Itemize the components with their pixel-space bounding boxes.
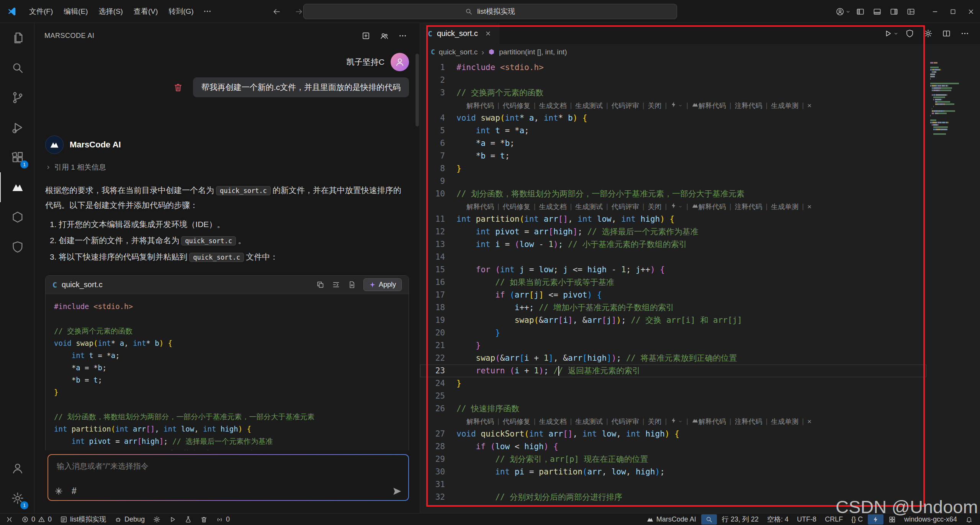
codelens-action[interactable]: 注释代码: [735, 202, 762, 211]
close-button[interactable]: [962, 0, 980, 23]
editor-line[interactable]: 31: [420, 478, 926, 491]
activity-extensions[interactable]: 1: [0, 142, 34, 172]
split-editor-button[interactable]: [939, 26, 954, 41]
activity-ai-plugin[interactable]: [0, 202, 34, 232]
status-zoom-tool[interactable]: [701, 514, 717, 525]
profile-menu-button[interactable]: [835, 4, 852, 19]
status-build-settings[interactable]: [149, 514, 165, 525]
new-chat-button[interactable]: [358, 29, 373, 42]
activity-marscode-ai[interactable]: [0, 172, 34, 202]
codelens-action[interactable]: 解释代码: [699, 202, 726, 211]
editor-line[interactable]: 18 i++; // 增加小于基准元素的子数组的索引: [420, 301, 926, 314]
codelens-action[interactable]: 生成文档: [539, 417, 566, 426]
editor-line[interactable]: 21 }: [420, 339, 926, 352]
codelens-action[interactable]: 代码评审: [612, 101, 639, 110]
menu-item-2[interactable]: 选择(S): [93, 4, 128, 19]
codelens-close[interactable]: ×: [807, 417, 811, 426]
agents-button[interactable]: [377, 29, 391, 42]
activity-explorer[interactable]: [0, 23, 34, 53]
editor-line[interactable]: 23 return (i + 1); // 返回基准元素的索引: [420, 365, 926, 377]
status-marscode-status[interactable]: MarsCode AI: [642, 514, 700, 525]
status-indentation[interactable]: 空格: 4: [763, 514, 793, 525]
breadcrumb-symbol[interactable]: partition(int [], int, int): [499, 48, 567, 56]
codelens-action[interactable]: 代码评审: [612, 202, 639, 211]
codelens-action[interactable]: 生成测试: [575, 101, 603, 110]
breadcrumb-file[interactable]: quick_sort.c: [439, 48, 478, 56]
customize-layout-button[interactable]: [902, 4, 919, 19]
editor-line[interactable]: 29 // 划分索引，arr[p] 现在在正确的位置: [420, 453, 926, 466]
editor-line[interactable]: 2: [420, 74, 926, 87]
menu-item-4[interactable]: 转到(G): [163, 4, 199, 19]
status-cursor-position[interactable]: 行 23, 列 22: [718, 514, 763, 525]
codelens-close[interactable]: ×: [807, 101, 811, 110]
activity-security-plugin[interactable]: [0, 232, 34, 262]
editor-line[interactable]: 27void quickSort(int arr[], int low, int…: [420, 428, 926, 440]
new-file-icon[interactable]: [348, 281, 356, 289]
more-editor-actions-button[interactable]: [957, 26, 972, 41]
hash-icon[interactable]: #: [72, 486, 77, 496]
editor-line[interactable]: 28 if (low < high) {: [420, 440, 926, 453]
activity-accounts[interactable]: [0, 453, 34, 483]
user-avatar[interactable]: [391, 53, 409, 71]
editor-line[interactable]: 11int partition(int arr[], int low, int …: [420, 213, 926, 226]
toggle-panel-button[interactable]: [869, 4, 885, 19]
ai-quick-actions[interactable]: [670, 417, 683, 426]
editor-settings-button[interactable]: [920, 26, 936, 41]
menu-item-3[interactable]: 查看(V): [128, 4, 163, 19]
codelens-action[interactable]: 关闭: [648, 101, 661, 110]
editor-line[interactable]: 1#include <stdio.h>: [420, 61, 926, 74]
editor-line[interactable]: 3// 交换两个元素的函数: [420, 87, 926, 99]
activity-search[interactable]: [0, 53, 34, 83]
editor-line[interactable]: 17 if (arr[j] <= pivot) {: [420, 289, 926, 301]
codelens-action[interactable]: 生成测试: [575, 202, 603, 211]
editor-line[interactable]: 14: [420, 251, 926, 263]
editor-line[interactable]: 13 int i = (low - 1); // 小于基准元素的子数组的索引: [420, 238, 926, 251]
debug-extension-button[interactable]: [902, 26, 917, 41]
codelens-close[interactable]: ×: [807, 203, 811, 211]
insert-into-file-icon[interactable]: [332, 281, 340, 289]
status-encoding[interactable]: UTF-8: [793, 514, 821, 525]
codelens-action[interactable]: 代码评审: [612, 417, 639, 426]
codelens-action[interactable]: 注释代码: [735, 417, 762, 426]
codelens-action[interactable]: 注释代码: [735, 101, 762, 110]
toggle-primary-sidebar-button[interactable]: [852, 4, 869, 19]
codelens-action[interactable]: 解释代码: [466, 202, 494, 211]
codelens-action[interactable]: 解释代码: [699, 101, 726, 110]
editor-line[interactable]: 19 swap(&arr[i], &arr[j]); // 交换 arr[i] …: [420, 314, 926, 327]
maximize-button[interactable]: [944, 0, 962, 23]
menu-more[interactable]: [199, 4, 216, 19]
codelens-action[interactable]: 代码修复: [503, 202, 530, 211]
status-run-task[interactable]: [165, 514, 180, 525]
activity-manage[interactable]: 1: [0, 483, 34, 513]
code-area[interactable]: 1#include <stdio.h>23// 交换两个元素的函数解释代码|代码…: [420, 60, 980, 513]
more-actions-button[interactable]: [395, 29, 410, 42]
tab-quick-sort-c[interactable]: C quick_sort.c: [420, 23, 499, 44]
run-file-button[interactable]: [883, 26, 899, 41]
codelens-action[interactable]: 生成单测: [771, 417, 798, 426]
send-button[interactable]: [392, 486, 402, 496]
editor-line[interactable]: 9: [420, 175, 926, 188]
editor-line[interactable]: 4void swap(int* a, int* b) {: [420, 112, 926, 124]
editor-line[interactable]: 16 // 如果当前元素小于或等于基准: [420, 276, 926, 289]
codelens-action[interactable]: 关闭: [648, 417, 661, 426]
codelens-action[interactable]: 解释代码: [466, 101, 494, 110]
skills-icon[interactable]: [54, 487, 63, 496]
status-test-task[interactable]: [180, 514, 196, 525]
editor-line[interactable]: 15 for (int j = low; j <= high - 1; j++)…: [420, 263, 926, 276]
codelens-action[interactable]: 生成文档: [539, 101, 566, 110]
codelens-action[interactable]: 生成测试: [575, 417, 603, 426]
go-back-button[interactable]: [268, 4, 285, 19]
editor-line[interactable]: 8}: [420, 162, 926, 175]
minimap[interactable]: [930, 62, 966, 136]
global-search-input[interactable]: list模拟实现: [303, 4, 677, 19]
apply-button[interactable]: Apply: [363, 278, 402, 291]
codelens-action[interactable]: 代码修复: [503, 417, 530, 426]
codelens-action[interactable]: 解释代码: [699, 417, 726, 426]
delete-message-button[interactable]: [173, 82, 183, 92]
status-task-terminal[interactable]: list模拟实现: [56, 514, 110, 525]
status-ports[interactable]: 0: [212, 514, 234, 525]
editor-line[interactable]: 6 *a = *b;: [420, 137, 926, 150]
status-problems[interactable]: 00: [17, 514, 56, 525]
reference-toggle[interactable]: 引用 1 相关信息: [45, 162, 409, 172]
editor-line[interactable]: 25: [420, 390, 926, 402]
